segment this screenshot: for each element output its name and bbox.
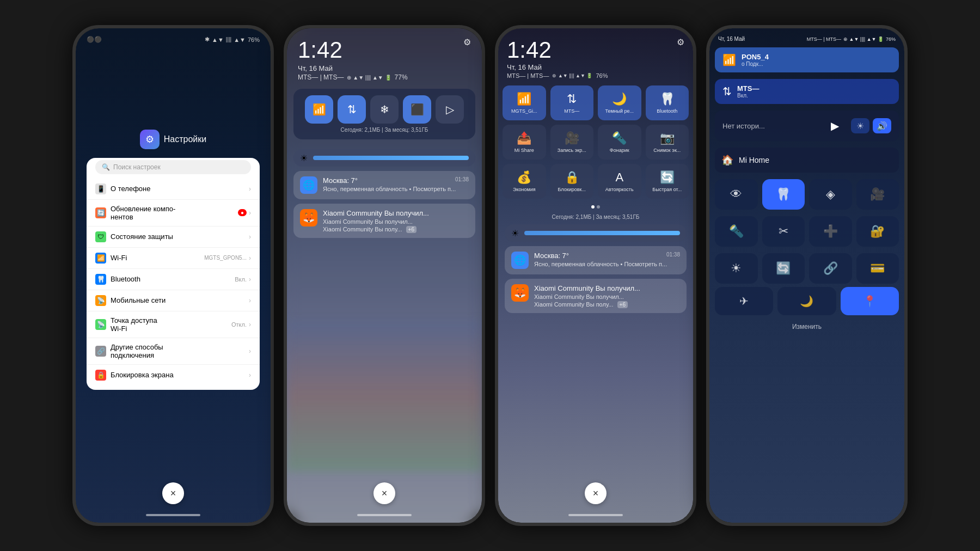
p4-mihome[interactable]: 🏠 Mi Home [715, 148, 899, 173]
p3-more-badge: +6 [617, 301, 628, 308]
p3-notif-xiaomi[interactable]: 🦊 Xiaomi Community Вы получил... Xiaomi … [505, 279, 687, 313]
settings-item-mobile[interactable]: 📡 Мобильные сети › [87, 290, 260, 311]
p4-wifi-card[interactable]: 📶 PON5_4 о Подк... [715, 47, 899, 72]
p3-weather-time: 01:38 [666, 252, 680, 260]
qs-wifi-label: MGTS_Gi... [511, 108, 537, 114]
home-bar [146, 514, 200, 516]
p4-location[interactable]: 📍 [841, 287, 899, 315]
qs-battery-saver[interactable]: 💰 Экономия [503, 164, 546, 199]
qs-flashlight[interactable]: 🔦 Фонарик [598, 125, 641, 160]
other-icon: 🔗 [95, 346, 106, 357]
qs-lockscreen[interactable]: 🔒 Блокировк... [550, 164, 594, 199]
qs-wifi[interactable]: 📶 MGTS_Gi... [503, 85, 546, 120]
notif-card-xiaomi[interactable]: 🦊 Xiaomi Community Вы получил... Xiaomi … [293, 204, 475, 238]
p3-gear-icon[interactable]: ⚙ [677, 37, 684, 47]
qs-screenshot[interactable]: 📷 Снимок эк... [646, 125, 689, 160]
toggle-row: 📶 ⇅ ❄ ⬛ ▷ [300, 95, 469, 124]
qs-dots [498, 203, 693, 211]
toggle-data[interactable]: ⇅ [338, 95, 366, 124]
qs-bluetooth-label: Bluetooth [657, 108, 677, 114]
qs-dot-1 [591, 205, 595, 209]
settings-item-hotspot[interactable]: 📡 Точка доступаWi-Fi Откл. › [87, 311, 260, 338]
close-button-3[interactable]: × [585, 482, 607, 504]
bluetooth-icon: ✱ [205, 36, 210, 43]
update-badge: ● [238, 209, 247, 216]
qs-darkmode[interactable]: 🌙 Темный ре... [598, 85, 641, 120]
qs-mishare-icon: 📤 [517, 131, 531, 145]
settings-search-bar[interactable]: 🔍 Поиск настроек [95, 160, 251, 174]
phone-1-screen: ⚫⚫ ✱ ▲▼ |||| ▲▼ 76% ⚙ Настройки [76, 28, 271, 523]
p4-tile-vision[interactable]: 👁 [715, 179, 758, 210]
p4-grid-row1: 👁 🦷 ◈ 🎥 [715, 179, 899, 210]
p4-tile-flashlight[interactable]: 🔦 [715, 216, 758, 247]
qs-bluetooth[interactable]: 🦷 Bluetooth [646, 85, 689, 120]
p3-weather-text: Ясно, переменная облачность • Посмотреть… [534, 261, 680, 267]
settings-item-update[interactable]: 🔄 Обновление компо-нентов ● › [87, 200, 260, 226]
weather-time: 01:38 [455, 176, 469, 185]
qs-quick-reply[interactable]: 🔄 Быстрая от... [646, 164, 689, 199]
weather-text: Ясно, переменная облачность • Посмотреть… [323, 186, 469, 192]
p4-moon[interactable]: 🌙 [777, 287, 836, 315]
qs-wifi-icon: 📶 [517, 92, 531, 106]
gear-icon[interactable]: ⚙ [463, 37, 471, 47]
p4-tile-plus[interactable]: ➕ [809, 216, 852, 247]
p4-tile-scissors[interactable]: ✂ [762, 216, 805, 247]
mobile-label: Мобильные сети [111, 296, 166, 304]
brightness-bar[interactable]: ☀ [293, 149, 475, 167]
about-icon: 📱 [95, 183, 106, 194]
qs-screenrecord[interactable]: 🎥 Запись экр... [550, 125, 594, 160]
notif-card-weather[interactable]: 🌐 Москва: 7° 01:38 Ясно, переменная обла… [293, 171, 475, 199]
close-button-2[interactable]: × [373, 482, 395, 504]
p4-wifi-name: PON5_4 [742, 53, 891, 61]
p4-airplane[interactable]: ✈ [715, 287, 773, 315]
toggle-wifi[interactable]: 📶 [305, 95, 333, 124]
hotspot-label: Точка доступаWi-Fi [111, 316, 157, 333]
phone-1-status-bar: ⚫⚫ ✱ ▲▼ |||| ▲▼ 76% [76, 28, 271, 47]
settings-item-lock[interactable]: 🔒 Блокировка экрана › [87, 365, 260, 385]
home-bar-3 [568, 514, 623, 516]
p4-tile-rotate[interactable]: 🔄 [762, 253, 805, 284]
p4-tile-link[interactable]: 🔗 [809, 253, 852, 284]
p4-tile-lock2[interactable]: 🔐 [856, 216, 899, 247]
hotspot-icon: 📡 [95, 319, 106, 330]
toggle-dnd[interactable]: ⬛ [403, 95, 431, 124]
time-block: 1:42 Чт, 16 Май MTS— | MTS— ⊕ ▲▼ |||| ▲▼… [298, 37, 408, 81]
p4-tile-camera[interactable]: 🎥 [856, 179, 899, 210]
p4-icons: ⊕ ▲▼ |||| ▲▼ 🔋 [843, 36, 884, 42]
settings-item-security[interactable]: 🛡 Состояние защиты › [87, 226, 260, 248]
p4-brightness-btn[interactable]: ☀ [851, 118, 869, 133]
qs-darkmode-label: Темный ре... [605, 108, 634, 114]
p3-carrier: MTS— | MTS— ⊕ ▲▼ |||| ▲▼ 🔋 76% [507, 72, 608, 79]
bluetooth-label: Bluetooth [111, 275, 140, 283]
p3-time-block: 1:42 Чт, 16 Май MTS— | MTS— ⊕ ▲▼ |||| ▲▼… [507, 37, 608, 79]
p4-volume-btn[interactable]: 🔊 [873, 118, 891, 133]
update-label: Обновление компо-нентов [111, 205, 175, 221]
p4-brightness-inline: ☀ 🔊 [851, 118, 891, 133]
p3-notif-weather[interactable]: 🌐 Москва: 7° 01:38 Ясно, переменная обла… [505, 246, 687, 274]
lock-label: Блокировка экрана [111, 371, 174, 379]
settings-item-bluetooth[interactable]: 🦷 Bluetooth Вкл. › [87, 269, 260, 290]
qs-autobrightness[interactable]: A Автояркость [598, 164, 641, 199]
phone-3-screen: 1:42 Чт, 16 Май MTS— | MTS— ⊕ ▲▼ |||| ▲▼… [498, 28, 693, 523]
p4-tile-brightness[interactable]: ☀ [715, 253, 758, 284]
phone-4: Чт, 16 Май MTS— | MTS— ⊕ ▲▼ |||| ▲▼ 🔋 76… [706, 25, 908, 526]
carrier-text: MTS— | MTS— [298, 74, 344, 81]
p4-tile-wallet[interactable]: 💳 [856, 253, 899, 284]
p3-brightness-bar[interactable]: ☀ [505, 224, 687, 242]
toggle-more[interactable]: ▷ [436, 95, 464, 124]
settings-item-wifi[interactable]: 📶 Wi-Fi MGTS_GPON5... › [87, 248, 260, 269]
qs-mishare[interactable]: 📤 Mi Share [503, 125, 546, 160]
p4-change-button[interactable]: Изменить [709, 319, 904, 335]
phone-2: 1:42 Чт, 16 Май MTS— | MTS— ⊕ ▲▼ |||| ▲▼… [284, 25, 485, 526]
settings-item-other[interactable]: 🔗 Другие способыподключения › [87, 338, 260, 365]
qs-data[interactable]: ⇅ MTS— [550, 85, 594, 120]
p4-play-icon[interactable]: ▶ [831, 119, 839, 132]
settings-item-about[interactable]: 📱 О телефоне › [87, 179, 260, 200]
p4-mts-card[interactable]: ⇅ MTS— Вкл. [715, 79, 899, 104]
toggle-nfc[interactable]: ❄ [370, 95, 399, 124]
p4-tile-bluetooth[interactable]: 🦷 [762, 179, 805, 210]
signal-icons: ⊕ ▲▼ |||| ▲▼ 🔋 [347, 75, 391, 81]
p4-tile-custom[interactable]: ◈ [809, 179, 852, 210]
close-button[interactable]: × [162, 482, 184, 504]
chevron-icon: › [249, 321, 251, 328]
